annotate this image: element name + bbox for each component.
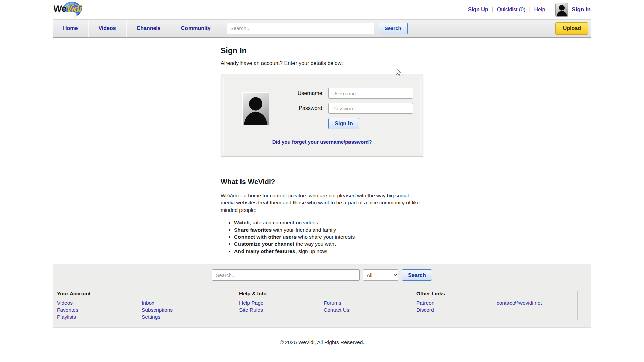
footer-link-patreon[interactable]: Patreon bbox=[416, 299, 497, 306]
main-content: Sign In Already have an account? Enter y… bbox=[221, 38, 423, 264]
footer-search: All Search bbox=[53, 269, 591, 281]
nav-tab-community[interactable]: Community bbox=[171, 20, 221, 37]
nav-search-button[interactable]: Search bbox=[379, 23, 408, 34]
footer-column-help-info: Help & Info Help Page Site Rules Forums … bbox=[236, 291, 411, 320]
footer-heading: Help & Info bbox=[239, 291, 411, 297]
password-input[interactable] bbox=[328, 103, 413, 114]
forgot-password-link[interactable]: Did you forget your username/password? bbox=[232, 139, 412, 145]
about-paragraph: WeVidi is a home for content creators wh… bbox=[221, 192, 423, 214]
list-item: Connect with other users who share your … bbox=[234, 233, 423, 240]
nav-tab-videos[interactable]: Videos bbox=[88, 20, 126, 37]
footer-column-other-links: Other Links Patreon Discord contact@wevi… bbox=[411, 291, 578, 320]
footer-link-settings[interactable]: Settings bbox=[142, 313, 226, 320]
header-sign-in-link[interactable]: Sign In bbox=[572, 6, 591, 13]
logo-text: WeVidi bbox=[53, 4, 82, 13]
footer: All Search Your Account Videos Favorites… bbox=[53, 264, 591, 328]
footer-link-discord[interactable]: Discord bbox=[416, 306, 497, 313]
footer-link-playlists[interactable]: Playlists bbox=[57, 313, 142, 320]
list-item: And many other features, sign up now! bbox=[234, 248, 423, 255]
footer-heading: Other Links bbox=[416, 291, 577, 297]
nav-tab-home[interactable]: Home bbox=[53, 20, 88, 37]
footer-search-button[interactable]: Search bbox=[402, 269, 432, 281]
footer-link-inbox[interactable]: Inbox bbox=[142, 299, 226, 306]
avatar-placeholder-icon bbox=[242, 92, 269, 125]
nav-search: Search bbox=[227, 20, 408, 37]
footer-column-your-account: Your Account Videos Favorites Playlists … bbox=[53, 291, 236, 320]
password-label: Password: bbox=[284, 105, 324, 111]
copyright-text: © 2026 WeVidi, All Rights Reserved. bbox=[53, 339, 591, 345]
wevidi-logo[interactable]: WeVidi bbox=[53, 1, 83, 19]
nav-search-input[interactable] bbox=[227, 23, 374, 34]
upload-button[interactable]: Upload bbox=[555, 22, 588, 35]
feature-list: Watch, rate and comment on videos Share … bbox=[221, 219, 423, 255]
user-avatar-icon[interactable] bbox=[555, 3, 568, 17]
footer-link-site-rules[interactable]: Site Rules bbox=[239, 306, 324, 313]
footer-link-help-page[interactable]: Help Page bbox=[239, 299, 324, 306]
footer-filter-select[interactable]: All bbox=[363, 269, 398, 281]
footer-link-videos[interactable]: Videos bbox=[57, 299, 142, 306]
list-item: Share favorites with your friends and fa… bbox=[234, 226, 423, 233]
footer-link-contact-email[interactable]: contact@wevidi.net bbox=[497, 299, 577, 306]
quicklist-link[interactable]: Quicklist (0) bbox=[497, 7, 525, 13]
sign-up-link[interactable]: Sign Up bbox=[468, 7, 488, 13]
footer-link-subscriptions[interactable]: Subscriptions bbox=[142, 306, 226, 313]
footer-columns: Your Account Videos Favorites Playlists … bbox=[53, 286, 591, 327]
signin-form-box: Username: Password: Sign In Did you forg… bbox=[221, 74, 423, 156]
main-nav: Home Videos Channels Community Search Up… bbox=[53, 19, 591, 38]
header-vertical-divider bbox=[550, 4, 550, 16]
header-separator: | bbox=[529, 7, 530, 13]
footer-link-contact-us[interactable]: Contact Us bbox=[324, 306, 408, 313]
top-header: WeVidi Sign Up | Quicklist (0) | Help Si… bbox=[53, 0, 591, 19]
footer-link-favorites[interactable]: Favorites bbox=[57, 306, 142, 313]
page-title: Sign In bbox=[221, 38, 423, 55]
about-heading: What is WeVidi? bbox=[221, 178, 423, 186]
nav-tab-channels[interactable]: Channels bbox=[126, 20, 171, 37]
footer-link-forums[interactable]: Forums bbox=[324, 299, 408, 306]
header-separator: | bbox=[492, 7, 493, 13]
list-item: Watch, rate and comment on videos bbox=[234, 219, 423, 226]
footer-search-input[interactable] bbox=[212, 269, 360, 281]
sign-in-button[interactable]: Sign In bbox=[328, 118, 359, 129]
username-input[interactable] bbox=[328, 88, 413, 99]
footer-heading: Your Account bbox=[57, 291, 236, 297]
section-divider bbox=[221, 166, 423, 166]
header-links: Sign Up | Quicklist (0) | Help Sign In bbox=[468, 3, 591, 17]
list-item: Customize your channel the way you want bbox=[234, 240, 423, 247]
signin-subtitle: Already have an account? Enter your deta… bbox=[221, 60, 423, 66]
help-link[interactable]: Help bbox=[534, 7, 545, 13]
username-label: Username: bbox=[284, 90, 324, 96]
